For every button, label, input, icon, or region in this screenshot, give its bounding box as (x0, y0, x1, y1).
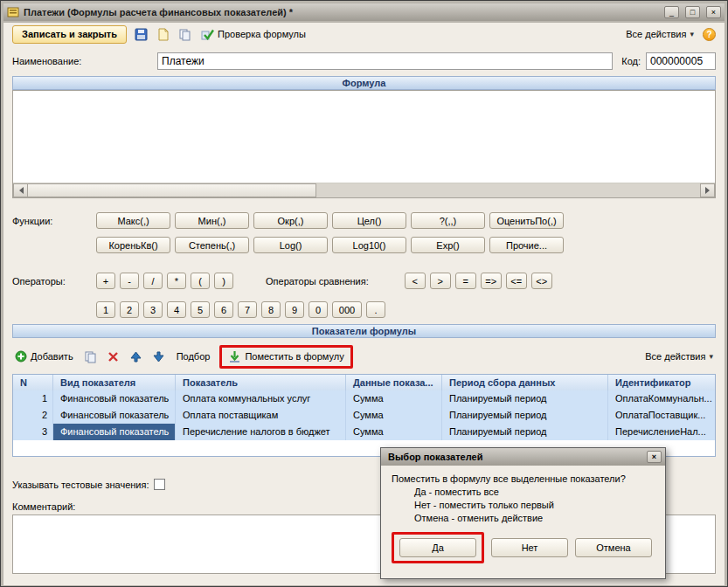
cell-period[interactable]: Планируемый период (442, 390, 608, 407)
column-header-n[interactable]: N (13, 375, 53, 390)
move-down-icon[interactable] (151, 349, 167, 364)
scrollbar-thumb[interactable] (28, 183, 316, 197)
table-row[interactable]: 3 Финансовый показатель Перечисление нал… (13, 424, 715, 440)
maximize-button[interactable]: □ (685, 6, 700, 18)
digit-7-button[interactable]: 7 (238, 301, 257, 318)
all-actions-button[interactable]: Все действия ▾ (623, 27, 697, 41)
fn-int-button[interactable]: Цел() (332, 212, 406, 229)
formula-hscrollbar[interactable] (13, 183, 715, 197)
column-header-identifier[interactable]: Идентификатор (608, 375, 715, 390)
dialog-titlebar[interactable]: Выбор показателей × (381, 448, 665, 466)
move-up-icon[interactable] (128, 349, 144, 364)
all-actions-label: Все действия (626, 29, 686, 39)
op-multiply-button[interactable]: * (167, 273, 186, 289)
test-values-label: Указывать тестовые значения: (12, 480, 149, 490)
add-button[interactable]: Добавить (12, 349, 76, 364)
cell-period[interactable]: Планируемый период (442, 407, 608, 424)
column-header-indicator[interactable]: Показатель (176, 375, 346, 390)
fn-max-button[interactable]: Макс(,) (96, 212, 170, 229)
digit-0-button[interactable]: 0 (309, 301, 328, 318)
dialog-option-cancel: Отмена - отменить действие (414, 512, 656, 525)
pick-button[interactable]: Подбор (174, 349, 213, 363)
place-in-formula-button[interactable]: Поместить в формулу (225, 349, 346, 365)
cmp-gt-button[interactable]: > (430, 273, 451, 289)
cell-identifier[interactable]: ОплатаПоставщик... (608, 407, 715, 424)
window-titlebar[interactable]: Платежи (Формулы расчета финансовых пока… (3, 3, 725, 21)
code-input[interactable] (646, 52, 716, 70)
save-icon[interactable] (133, 26, 149, 42)
cell-identifier[interactable]: ОплатаКоммунальн... (608, 390, 715, 407)
help-icon[interactable]: ? (703, 28, 716, 41)
cell-data[interactable]: Сумма (346, 407, 442, 424)
cell-n[interactable]: 2 (13, 407, 53, 424)
digit-3-button[interactable]: 3 (143, 301, 163, 318)
fn-if-button[interactable]: ?(,,) (411, 212, 485, 229)
digit-9-button[interactable]: 9 (285, 301, 304, 318)
scrollbar-track[interactable] (316, 183, 700, 197)
indicators-all-actions-button[interactable]: Все действия ▾ (642, 349, 716, 363)
op-divide-button[interactable]: / (143, 273, 163, 289)
cell-kind-focused[interactable]: Финансовый показатель (53, 424, 176, 440)
digit-8-button[interactable]: 8 (261, 301, 281, 318)
op-minus-button[interactable]: - (120, 273, 139, 289)
cell-identifier[interactable]: ПеречислениеНал... (608, 424, 715, 440)
save-and-close-button[interactable]: Записать и закрыть (12, 25, 127, 44)
column-header-data[interactable]: Данные показа... (346, 375, 442, 390)
column-header-kind[interactable]: Вид показателя (53, 375, 176, 390)
table-row[interactable]: 2 Финансовый показатель Оплата поставщик… (13, 407, 715, 424)
digit-5-button[interactable]: 5 (191, 301, 210, 318)
test-values-checkbox[interactable] (154, 479, 165, 490)
formula-input[interactable] (13, 91, 715, 183)
cell-data[interactable]: Сумма (346, 424, 442, 440)
scroll-left-icon[interactable] (13, 183, 28, 197)
cell-n[interactable]: 3 (13, 424, 53, 440)
cell-kind[interactable]: Финансовый показатель (53, 407, 176, 424)
digit-000-button[interactable]: 000 (332, 301, 362, 318)
cmp-neq-button[interactable]: <> (531, 273, 552, 289)
fn-round-button[interactable]: Окр(,) (253, 212, 328, 229)
op-open-paren-button[interactable]: ( (191, 273, 210, 289)
cell-kind[interactable]: Финансовый показатель (53, 390, 176, 407)
cancel-button[interactable]: Отмена (575, 538, 652, 557)
fn-pow-button[interactable]: Степень(,) (175, 237, 249, 253)
no-button[interactable]: Нет (491, 538, 568, 557)
fn-log-button[interactable]: Log() (253, 237, 328, 253)
copy-icon[interactable] (177, 26, 192, 42)
cmp-lte-button[interactable]: <= (506, 273, 527, 289)
op-close-paren-button[interactable]: ) (214, 273, 233, 289)
dialog-body: Поместить в формулу все выделенные показ… (381, 466, 665, 563)
fn-exp-button[interactable]: Exp() (411, 237, 485, 253)
table-row[interactable]: 1 Финансовый показатель Оплата коммуналь… (13, 390, 715, 407)
fn-evaluate-button[interactable]: ОценитьПо(,) (489, 212, 564, 229)
fn-sqrt-button[interactable]: КореньКв() (96, 237, 170, 253)
digit-1-button[interactable]: 1 (96, 301, 115, 318)
digit-dot-button[interactable]: . (366, 301, 385, 318)
cmp-eq-button[interactable]: = (455, 273, 476, 289)
scroll-right-icon[interactable] (700, 183, 715, 197)
fn-log10-button[interactable]: Log10() (332, 237, 406, 253)
check-formula-button[interactable]: Проверка формулы (198, 26, 309, 43)
dialog-close-icon[interactable]: × (647, 451, 662, 463)
minimize-button[interactable]: _ (664, 6, 679, 18)
cmp-gte-button[interactable]: => (481, 273, 502, 289)
cell-indicator[interactable]: Оплата коммунальных услуг (176, 390, 346, 407)
fn-other-button[interactable]: Прочие... (489, 237, 564, 253)
digit-4-button[interactable]: 4 (167, 301, 186, 318)
cell-indicator[interactable]: Оплата поставщикам (176, 407, 346, 424)
copy-row-icon[interactable] (83, 349, 99, 364)
cmp-lt-button[interactable]: < (405, 273, 426, 289)
close-button[interactable]: × (706, 6, 721, 18)
yes-button[interactable]: Да (399, 538, 476, 557)
digit-6-button[interactable]: 6 (214, 301, 233, 318)
cell-period[interactable]: Планируемый период (442, 424, 608, 440)
cell-n[interactable]: 1 (13, 390, 53, 407)
cell-indicator[interactable]: Перечисление налогов в бюджет (176, 424, 346, 440)
column-header-period[interactable]: Период сбора данных (442, 375, 608, 390)
op-plus-button[interactable]: + (96, 273, 115, 289)
document-icon[interactable] (155, 26, 170, 42)
delete-icon[interactable] (106, 349, 121, 364)
digit-2-button[interactable]: 2 (120, 301, 139, 318)
cell-data[interactable]: Сумма (346, 390, 442, 407)
fn-min-button[interactable]: Мин(,) (175, 212, 249, 229)
name-input[interactable] (157, 52, 613, 70)
